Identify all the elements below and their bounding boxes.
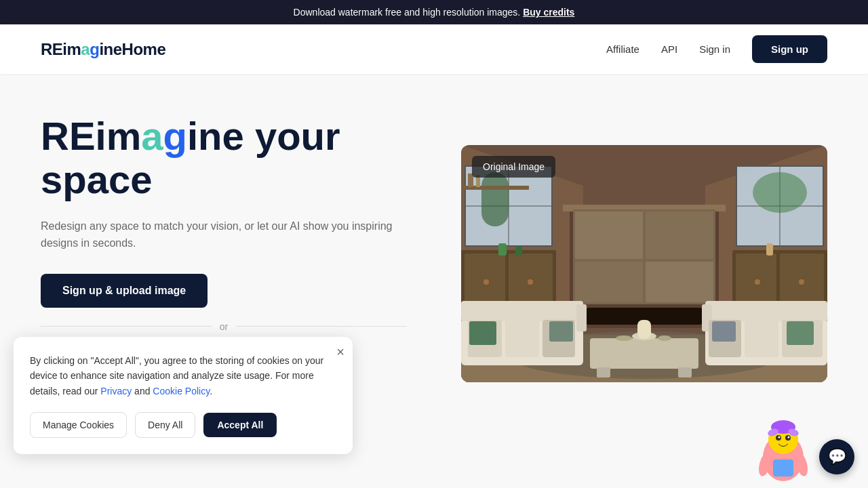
manage-cookies-button[interactable]: Manage Cookies bbox=[30, 412, 127, 438]
svg-rect-11 bbox=[575, 262, 643, 302]
svg-rect-49 bbox=[505, 320, 539, 357]
cookie-close-button[interactable]: × bbox=[336, 345, 344, 359]
svg-point-66 bbox=[616, 336, 632, 341]
cookie-buttons: Manage Cookies Deny All Accept All bbox=[30, 412, 336, 438]
svg-point-33 bbox=[528, 279, 533, 285]
top-banner: Download watermark free and high resolut… bbox=[0, 0, 868, 24]
title-im: im bbox=[96, 114, 142, 158]
svg-rect-60 bbox=[787, 321, 814, 345]
svg-rect-61 bbox=[590, 338, 698, 369]
logo-a: a bbox=[81, 40, 90, 58]
hero-right: Original Image bbox=[448, 145, 827, 382]
svg-rect-51 bbox=[469, 321, 496, 345]
svg-point-40 bbox=[799, 279, 804, 285]
signup-button[interactable]: Sign up bbox=[752, 35, 827, 63]
title-g: g bbox=[163, 114, 187, 158]
accept-all-button[interactable]: Accept All bbox=[203, 413, 277, 437]
svg-rect-65 bbox=[637, 320, 651, 339]
logo-re: RE bbox=[41, 40, 62, 58]
hero-image-container: Original Image bbox=[461, 145, 827, 382]
svg-point-73 bbox=[788, 436, 790, 439]
or-text: or bbox=[220, 321, 228, 332]
svg-rect-34 bbox=[498, 243, 507, 256]
svg-point-67 bbox=[658, 336, 671, 341]
nav-signin[interactable]: Sign in bbox=[699, 43, 730, 55]
svg-rect-54 bbox=[705, 301, 827, 321]
svg-point-28 bbox=[753, 172, 807, 213]
banner-text: Download watermark free and high resolut… bbox=[294, 7, 521, 18]
hero-subtitle: Redesign any space to match your vision,… bbox=[41, 218, 407, 252]
logo-ine: ine bbox=[99, 40, 121, 58]
svg-rect-10 bbox=[646, 211, 713, 259]
svg-rect-63 bbox=[678, 367, 692, 378]
svg-rect-52 bbox=[549, 321, 573, 342]
cookie-policy-link[interactable]: Cookie Policy bbox=[153, 386, 210, 396]
svg-rect-35 bbox=[515, 245, 522, 256]
navbar: REimagineHome Affiliate API Sign in Sign… bbox=[0, 24, 868, 74]
room-svg bbox=[461, 145, 827, 382]
hero-image: Original Image bbox=[461, 145, 827, 382]
svg-rect-47 bbox=[576, 304, 587, 331]
svg-rect-12 bbox=[646, 262, 713, 302]
title-re: RE bbox=[41, 114, 96, 158]
logo[interactable]: REimagineHome bbox=[41, 40, 165, 59]
svg-rect-46 bbox=[461, 301, 583, 321]
cookie-banner: × By clicking on "Accept All", you agree… bbox=[14, 337, 353, 440]
image-label: Original Image bbox=[472, 156, 555, 178]
privacy-link[interactable]: Privacy bbox=[100, 386, 132, 396]
nav-affiliate[interactable]: Affiliate bbox=[606, 43, 639, 55]
nav-api[interactable]: API bbox=[661, 43, 677, 55]
deny-all-button[interactable]: Deny All bbox=[135, 412, 195, 438]
logo-home: Home bbox=[122, 40, 166, 58]
svg-rect-62 bbox=[597, 367, 610, 378]
upload-button[interactable]: Sign up & upload image bbox=[41, 274, 208, 308]
svg-rect-41 bbox=[766, 243, 773, 256]
or-divider: or bbox=[41, 321, 407, 332]
buy-credits-link[interactable]: Buy credits bbox=[523, 7, 574, 18]
logo-g: g bbox=[90, 40, 99, 58]
svg-point-32 bbox=[484, 279, 489, 285]
svg-rect-59 bbox=[712, 321, 736, 342]
svg-rect-57 bbox=[745, 320, 778, 357]
cookie-text: By clicking on "Accept All", you agree t… bbox=[30, 353, 336, 399]
hero-title: REimagine yourspace bbox=[41, 115, 407, 201]
mascot-svg bbox=[753, 420, 814, 440]
logo-im: im bbox=[62, 40, 81, 58]
svg-point-72 bbox=[778, 436, 781, 439]
title-a: a bbox=[141, 114, 163, 158]
mascot bbox=[753, 420, 814, 440]
svg-rect-20 bbox=[481, 172, 509, 226]
nav-links: Affiliate API Sign in Sign up bbox=[606, 35, 827, 63]
svg-rect-9 bbox=[575, 211, 643, 259]
svg-point-39 bbox=[755, 279, 760, 285]
